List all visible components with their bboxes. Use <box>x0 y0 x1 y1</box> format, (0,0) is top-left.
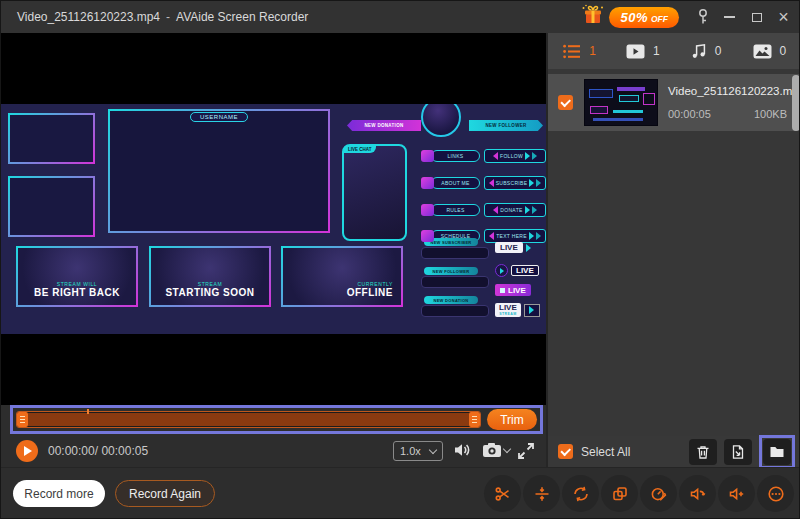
overlay-webcam-frame: USERNAME <box>108 109 330 233</box>
tab-video[interactable]: 1 <box>611 33 674 69</box>
ellipsis-icon <box>767 485 785 503</box>
close-button[interactable]: × <box>770 1 797 33</box>
overlay-screen-starting: STREAM STARTING SOON <box>149 246 271 307</box>
edit-toolbar <box>484 475 794 512</box>
tab-audio[interactable]: 0 <box>675 33 738 69</box>
audio-convert-button[interactable] <box>679 475 716 512</box>
overlay-live-badge-3: LIVE <box>495 284 547 296</box>
play-button[interactable] <box>16 440 38 462</box>
overlay-alert-follower: NEW FOLLOWER <box>421 267 489 288</box>
trim-selected-range[interactable] <box>28 413 469 426</box>
clock-icon <box>421 230 434 242</box>
overlay-livechat-panel: LIVE CHAT <box>342 144 407 241</box>
image-icon <box>753 44 772 59</box>
live-label: LIVE <box>511 265 539 276</box>
scrollbar-thumb[interactable] <box>792 75 800 131</box>
live-label: LIVE <box>495 242 523 253</box>
overlay-menu-rules: RULES <box>421 203 480 217</box>
selection-toolbar: Select All <box>548 436 800 467</box>
overlay-menu-links: LINKS <box>421 149 480 163</box>
play-icon <box>24 446 32 456</box>
overlay-banner-follower: NEW FOLLOWER <box>469 120 543 131</box>
speed-edit-icon <box>650 485 668 503</box>
overlay-screen-offline: CURRENTLY OFFLINE <box>281 246 403 307</box>
playback-controls: 00:00:00/ 00:00:05 1.0x <box>1 436 547 467</box>
file-list-item[interactable]: Video_251126120223.mp4 00:00:05 100KB <box>548 74 800 131</box>
play-icon <box>526 244 531 252</box>
stream-label: STREAM <box>499 312 517 316</box>
title-filename: Video_251126120223.mp4 <box>17 10 160 24</box>
fullscreen-button[interactable] <box>517 442 535 460</box>
chevron-down-icon[interactable] <box>503 444 511 452</box>
overlay-cta-follow: FOLLOW <box>484 149 546 163</box>
rules-icon <box>421 204 434 216</box>
person-icon <box>421 177 434 189</box>
record-again-button[interactable]: Record Again <box>115 480 215 507</box>
overlay-alert-bar <box>421 276 489 288</box>
tab-count: 0 <box>715 44 722 58</box>
file-list: Video_251126120223.mp4 00:00:05 100KB <box>548 69 800 436</box>
overlay-alert-donation: NEW DONATION <box>421 296 489 317</box>
promo-badge[interactable]: 50% OFF <box>609 7 679 28</box>
play-circle-icon <box>495 264 508 277</box>
overlay-alert-bar <box>421 247 489 259</box>
delete-button[interactable] <box>689 439 717 465</box>
select-all-checkbox[interactable] <box>558 444 573 459</box>
export-button[interactable] <box>724 439 752 465</box>
trim-slider[interactable] <box>16 411 481 428</box>
record-more-button[interactable]: Record more <box>13 480 105 507</box>
file-checkbox[interactable] <box>558 95 573 110</box>
trim-handle-end[interactable] <box>469 412 480 427</box>
snapshot-button[interactable] <box>482 441 510 459</box>
file-name: Video_251126120223.mp4 <box>668 85 787 97</box>
volume-boost-button[interactable] <box>718 475 755 512</box>
tab-image[interactable]: 0 <box>738 33 800 69</box>
overlay-cta-label: DONATE <box>500 207 522 213</box>
overlay-frame-small-top <box>8 113 95 164</box>
gift-icon[interactable] <box>581 4 605 30</box>
maximize-button[interactable] <box>743 1 770 33</box>
rotate-tool-button[interactable] <box>562 475 599 512</box>
chevron-right-icon <box>525 206 530 214</box>
split-tool-button[interactable] <box>523 475 560 512</box>
split-icon <box>533 485 551 503</box>
chevron-right-icon <box>532 152 537 160</box>
time-display: 00:00:00/ 00:00:05 <box>48 444 148 458</box>
trim-button[interactable]: Trim <box>487 409 537 430</box>
register-key-icon[interactable] <box>689 1 716 33</box>
overlay-live-badge-4: LIVE STREAM <box>495 303 547 317</box>
more-options-button[interactable] <box>757 475 794 512</box>
playhead-marker <box>87 409 89 414</box>
chevron-right-icon <box>529 232 534 240</box>
video-icon <box>626 44 645 59</box>
file-duration: 00:00:05 <box>668 108 711 120</box>
speed-select[interactable]: 1.0x <box>393 441 443 461</box>
maximize-icon <box>752 13 762 22</box>
promo-percent: 50% <box>620 10 648 25</box>
list-icon <box>563 44 581 59</box>
title-appname: AVAide Screen Recorder <box>176 10 308 24</box>
chevron-left-icon <box>493 206 498 214</box>
trim-tool-button[interactable] <box>484 475 521 512</box>
overlay-banner-donation: NEW DONATION <box>347 120 421 131</box>
chevron-right-icon <box>525 152 530 160</box>
overlay-cta-label: TEXT HERE <box>496 233 527 239</box>
overlay-menu-label: RULES <box>431 204 480 216</box>
tab-count: 1 <box>589 44 596 58</box>
folder-annotation-box <box>759 435 795 469</box>
overlay-screen-title: OFFLINE <box>283 287 401 298</box>
video-preview-area: USERNAME NEW DONATION NEW FOLLOWER LIVE … <box>1 33 547 405</box>
promo-off: OFF <box>651 14 668 24</box>
video-content: USERNAME NEW DONATION NEW FOLLOWER LIVE … <box>1 104 547 334</box>
export-icon <box>730 444 746 460</box>
minimize-button[interactable] <box>716 1 743 33</box>
volume-button[interactable] <box>453 441 473 459</box>
overlay-avatar-circle <box>421 104 461 137</box>
overlay-cta-subscribe: SUBSCRIBE <box>484 176 546 190</box>
tab-recording-list[interactable]: 1 <box>548 33 611 69</box>
merge-tool-button[interactable] <box>601 475 638 512</box>
speed-tool-button[interactable] <box>640 475 677 512</box>
overlay-livechat-label: LIVE CHAT <box>343 145 376 153</box>
open-folder-button[interactable] <box>763 439 791 465</box>
trim-handle-start[interactable] <box>17 412 28 427</box>
